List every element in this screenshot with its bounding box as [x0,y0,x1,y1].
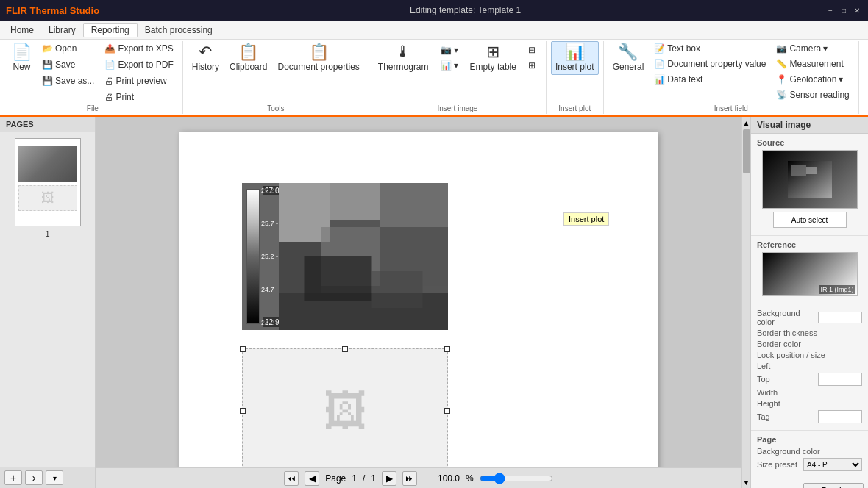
insert-img-btn2[interactable]: 📊▾ [436,58,463,73]
page-separator: / [363,473,365,484]
nav-page-button[interactable]: › [25,470,43,485]
note-button[interactable]: 📌 Note [864,72,868,87]
main-area: PAGES 🖼 1 + › ▾ [0,117,868,488]
thermal-scale [246,189,260,324]
insert-plot-group-label: Insert plot [558,104,591,114]
scroll-up-button[interactable]: ▲ [742,117,750,129]
text-box-label: Text box [667,43,700,54]
insert-img-btn1[interactable]: 📷▾ [436,43,463,57]
geolocation-icon: 📍 [776,74,787,85]
maximize-button[interactable]: □ [839,5,849,15]
total-pages-display: 1 [371,473,376,484]
geolocation-button[interactable]: 📍 Geolocation ▾ [772,72,853,87]
next-page-button[interactable]: ▶ [382,471,396,486]
insert-tbl-btn2[interactable]: ⊞ [524,58,540,73]
menu-home[interactable]: Home [3,24,41,37]
last-page-button[interactable]: ⏭ [402,471,417,486]
ribbon-content: 📄 New 📂 Open 💾 Save 💾 Save as... [0,40,868,115]
minimize-button[interactable]: − [825,5,836,15]
menu-reporting[interactable]: Reporting [83,23,138,37]
save-button[interactable]: 💾 Save [38,57,99,72]
ribbon-tools-buttons: ↶ History 📋 Clipboard 📋 Document propert… [188,41,364,104]
page-section: Page Background color Size preset A4 - P [751,431,868,478]
insert-image-group-label: Insert image [437,104,477,114]
size-preset-select[interactable]: A4 - P [803,458,862,471]
handle-ml[interactable] [240,408,246,414]
text-annotation-button[interactable]: 📝 Text annotation [864,57,868,71]
ribbon-insert-field-buttons: 🔧 General 📝 Text box 📄 Document property… [608,41,854,104]
print-button[interactable]: 🖨 Print [100,90,177,104]
export-pdf-label: Export to PDF [118,60,173,70]
border-color-row: Border color [757,340,862,348]
saveas-icon: 💾 [42,76,53,86]
bg-color-picker[interactable] [818,312,862,323]
ir-label: IR 1 (Img1) [819,285,855,294]
new-button[interactable]: 📄 New [7,41,36,75]
camera-button[interactable]: 📷 Camera ▾ [772,41,853,56]
menu-library[interactable]: Library [41,24,83,37]
scroll-down-button[interactable]: ▼ [742,476,750,488]
add-page-button[interactable]: + [4,470,22,485]
ribbon-insert-image-buttons: 🌡 Thermogram 📷▾ 📊▾ ⊞ Empty table [374,41,541,104]
saveas-button[interactable]: 💾 Save as... [38,73,99,88]
bg-color-row: Background color [757,309,862,326]
thermogram-button[interactable]: 🌡 Thermogram [374,41,433,75]
export-xps-label: Export to XPS [118,43,173,54]
tools-group-label: Tools [267,104,284,114]
open-button[interactable]: 📂 Open [38,41,99,56]
ribbon-file-buttons: 📄 New 📂 Open 💾 Save 💾 Save as... [7,41,178,104]
measurement-button[interactable]: 📏 Measurement [772,57,853,71]
prev-page-button[interactable]: ◀ [305,471,319,486]
doc-property-button[interactable]: 📄 Document property value [650,57,770,71]
geolocation-label: Geolocation [789,74,836,85]
menu-bar: Home Library Reporting Batch processing [0,21,868,40]
doc-props-button[interactable]: 📋 Document properties [273,41,363,75]
page-label: Page [325,473,346,484]
handle-tm[interactable] [342,346,348,352]
reference-image-preview: IR 1 (Img1) [762,252,858,296]
zoom-slider[interactable] [480,473,553,484]
canvas-scroll[interactable]: 26.2 - 25.7 - 25.2 - 24.7 - 24.2 - 27.0 … [96,117,741,467]
handle-tl[interactable] [240,346,246,352]
print-label: Print [115,92,134,102]
ribbon-insert-plot-buttons: 📊 Insert plot [551,41,599,104]
thermal-image: 26.2 - 25.7 - 25.2 - 24.7 - 24.2 - 27.0 … [242,183,448,330]
history-button[interactable]: ↶ History [188,41,224,75]
page-thumbnail-1[interactable]: 🖼 [15,138,81,226]
print-icon: 🖨 [104,92,113,102]
auto-select-button[interactable]: Auto select [773,212,847,228]
thermal-image-container[interactable]: 26.2 - 25.7 - 25.2 - 24.7 - 24.2 - 27.0 … [242,183,448,330]
source-image-preview [762,150,858,209]
sensor-reading-button[interactable]: 📡 Sensor reading [772,87,853,102]
scroll-thumb[interactable] [743,129,750,173]
tag-input[interactable] [818,410,862,423]
first-page-button[interactable]: ⏮ [284,471,299,486]
width-label: Width [757,388,862,397]
general-button[interactable]: 🔧 General [608,41,649,75]
menu-batch-processing[interactable]: Batch processing [138,24,220,37]
page-menu-button[interactable]: ▾ [46,470,63,485]
handle-mr[interactable] [444,408,450,414]
insert-tbl-btn1[interactable]: ⊟ [524,43,540,57]
clipboard-button[interactable]: 📋 Clipboard [225,41,271,75]
parameters-button[interactable]: ⚙ Parameters ▾ [864,41,868,56]
text-box-button[interactable]: 📝 Text box [650,41,770,56]
empty-table-button[interactable]: ⊞ Empty table [466,41,521,75]
vertical-scrollbar[interactable]: ▲ ▼ [741,117,750,488]
data-text-button[interactable]: 📊 Data text [650,72,770,87]
save-label: Save [55,60,75,70]
previous-button[interactable]: ◀ Previous [803,483,864,488]
print-preview-button[interactable]: 🖨 Print preview [100,73,177,88]
scale-label-3: 25.2 - [261,253,278,260]
size-preset-row: Size preset A4 - P [757,458,862,471]
image-placeholder[interactable]: 🖼 [242,348,448,467]
close-button[interactable]: ✕ [852,5,862,15]
lock-pos-row: Lock position / size [757,351,862,359]
export-pdf-button[interactable]: 📄 Export to PDF [100,57,177,72]
top-input[interactable] [818,373,862,386]
thermal-scale-labels: 26.2 - 25.7 - 25.2 - 24.7 - 24.2 - [261,187,278,326]
insert-plot-button[interactable]: 📊 Insert plot [551,41,599,75]
export-xps-button[interactable]: 📤 Export to XPS [100,41,177,56]
handle-tr[interactable] [444,346,450,352]
ribbon-group-insert-image: 🌡 Thermogram 📷▾ 📊▾ ⊞ Empty table [369,41,547,114]
